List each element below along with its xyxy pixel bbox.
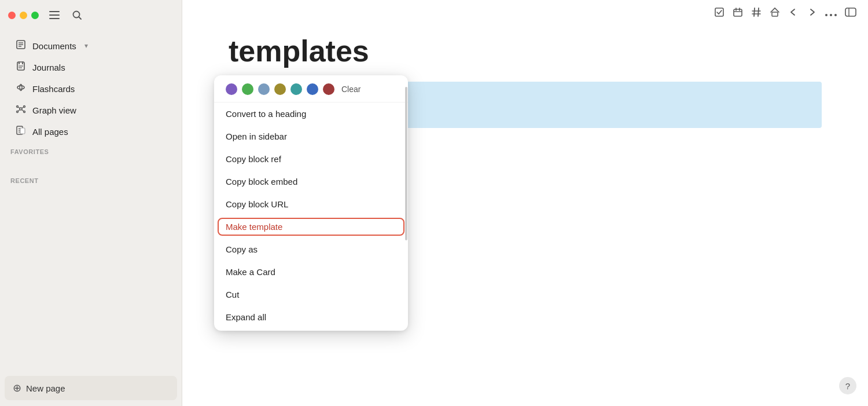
flashcards-label: Flashcards (32, 84, 75, 94)
recent-section-label: RECENT (0, 171, 182, 186)
favorites-section-label: FAVORITES (0, 142, 182, 158)
new-page-plus-icon: ⊕ (13, 382, 21, 394)
menu-item-convert-heading[interactable]: Convert to a heading (214, 103, 408, 125)
documents-icon (15, 39, 27, 52)
svg-line-22 (18, 107, 20, 108)
color-purple[interactable] (226, 83, 237, 95)
graph-view-label: Graph view (32, 105, 76, 115)
journals-icon (15, 61, 27, 74)
sidebar-item-all-pages[interactable]: All pages (5, 121, 177, 142)
svg-rect-2 (49, 18, 60, 19)
clear-button[interactable]: Clear (341, 85, 361, 94)
copy-block-ref-label: Copy block ref (226, 154, 281, 164)
sidebar-bottom: ⊕ New page (0, 370, 182, 406)
svg-rect-1 (49, 14, 60, 16)
sidebar-nav: Documents ▾ Journals (0, 30, 182, 370)
sidebar-item-flashcards[interactable]: Flashcards (5, 78, 177, 99)
sidebar: Documents ▾ Journals (0, 0, 182, 406)
svg-rect-0 (49, 11, 60, 12)
svg-line-25 (22, 109, 24, 111)
context-menu-scrollbar[interactable] (404, 75, 408, 331)
svg-line-23 (22, 107, 24, 108)
graph-view-icon (15, 104, 27, 116)
help-label: ? (845, 381, 850, 391)
copy-as-label: Copy as (226, 244, 258, 254)
svg-point-16 (20, 85, 22, 91)
menu-item-copy-block-ref[interactable]: Copy block ref (214, 148, 408, 170)
new-page-button[interactable]: ⊕ New page (5, 376, 177, 400)
help-button[interactable]: ? (839, 377, 856, 394)
make-template-label: Make template (226, 222, 282, 232)
search-icon[interactable] (70, 8, 84, 22)
menu-item-open-sidebar[interactable]: Open in sidebar (214, 125, 408, 148)
documents-chevron: ▾ (84, 42, 88, 50)
color-blue-gray[interactable] (258, 83, 270, 95)
make-card-label: Make a Card (226, 267, 275, 277)
traffic-light-yellow[interactable] (20, 12, 27, 19)
all-pages-icon (15, 125, 27, 138)
color-olive[interactable] (274, 83, 286, 95)
svg-point-20 (17, 111, 19, 113)
traffic-lights (8, 12, 39, 19)
flashcards-icon (15, 82, 27, 95)
main-content: templates Clear Convert to a heading Ope… (182, 0, 868, 406)
cut-label: Cut (226, 290, 239, 299)
scrollbar-thumb (405, 87, 407, 240)
svg-line-4 (79, 17, 81, 19)
color-picker-row: Clear (214, 75, 408, 103)
color-teal[interactable] (290, 83, 302, 95)
documents-label: Documents (32, 41, 76, 51)
menu-item-copy-as[interactable]: Copy as (214, 238, 408, 261)
convert-heading-label: Convert to a heading (226, 109, 306, 119)
color-green[interactable] (242, 83, 253, 95)
svg-rect-30 (20, 128, 25, 134)
svg-point-21 (24, 111, 25, 113)
sidebar-item-documents[interactable]: Documents ▾ (5, 35, 177, 56)
open-sidebar-label: Open in sidebar (226, 131, 287, 141)
expand-all-label: Expand all (226, 312, 266, 322)
journals-label: Journals (32, 63, 65, 72)
svg-line-24 (18, 109, 20, 111)
traffic-light-red[interactable] (8, 12, 16, 19)
all-pages-label: All pages (32, 127, 68, 137)
color-blue[interactable] (307, 83, 318, 95)
page-title: templates (229, 35, 822, 68)
context-menu: Clear Convert to a heading Open in sideb… (214, 75, 408, 331)
sidebar-item-journals[interactable]: Journals (5, 57, 177, 78)
menu-icon[interactable] (47, 9, 62, 21)
svg-point-17 (20, 108, 22, 110)
menu-item-copy-block-url[interactable]: Copy block URL (214, 193, 408, 215)
menu-item-make-template[interactable]: Make template (214, 215, 408, 238)
menu-item-cut[interactable]: Cut (214, 283, 408, 306)
new-page-label: New page (26, 383, 65, 393)
color-dark-red[interactable] (323, 83, 334, 95)
menu-item-make-card[interactable]: Make a Card (214, 261, 408, 283)
menu-item-copy-block-embed[interactable]: Copy block embed (214, 170, 408, 193)
copy-block-embed-label: Copy block embed (226, 177, 297, 186)
menu-item-expand-all[interactable]: Expand all (214, 306, 408, 328)
sidebar-item-graph-view[interactable]: Graph view (5, 100, 177, 120)
copy-block-url-label: Copy block URL (226, 199, 288, 209)
sidebar-top (0, 0, 182, 30)
traffic-light-green[interactable] (31, 12, 39, 19)
